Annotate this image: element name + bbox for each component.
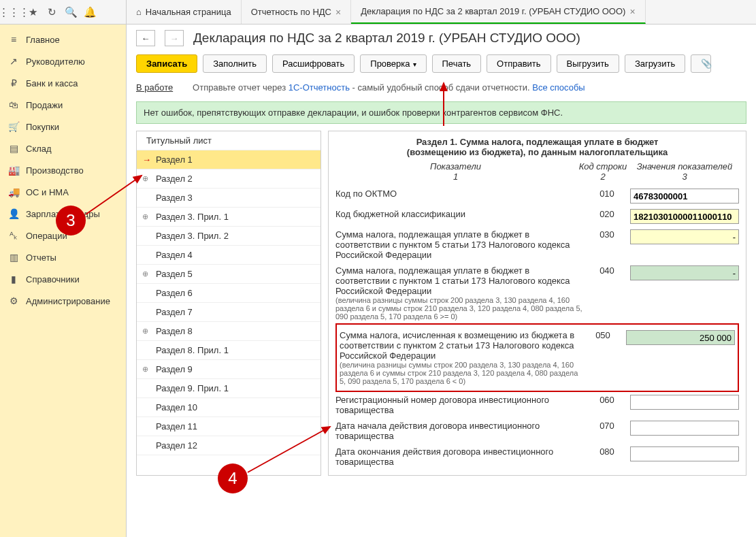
sidebar-label: Руководителю [26,56,85,67]
section-item[interactable]: Раздел 10 [137,398,321,417]
row-value-input[interactable] [630,395,739,410]
sidebar-item[interactable]: 🛍Продажи [0,94,126,116]
row-value-input[interactable] [630,265,739,280]
star-icon[interactable]: ★ [24,4,41,20]
status-label[interactable]: В работе [136,82,173,93]
row-code: 060 [587,395,627,405]
row-code: 010 [587,189,627,199]
section-item[interactable]: Раздел 3. Прил. 1 [137,208,321,227]
sidebar-item[interactable]: ₽Банк и касса [0,72,126,94]
form-row: Дата начала действия договора инвестицио… [335,418,739,444]
close-icon[interactable]: × [629,6,635,17]
sections-title[interactable]: Титульный лист [137,131,321,150]
row-value-input[interactable] [630,229,739,244]
sidebar-icon: ▥ [8,252,19,263]
row-code: 020 [587,209,627,219]
sidebar-label: Банк и касса [26,78,78,88]
section-item[interactable]: Раздел 9 [137,360,321,379]
row-label: Код по ОКТМО [335,189,584,199]
section-item[interactable]: Раздел 1 [137,150,321,169]
row-note: (величина разницы суммы строк 200 раздел… [340,361,580,385]
tab-label: Начальная страница [146,7,231,17]
sidebar-item[interactable]: 🏭Производство [0,159,126,181]
section-item[interactable]: Раздел 5 [137,265,321,284]
content: ← → Декларация по НДС за 2 квартал 2019 … [127,25,756,537]
section-item[interactable]: Раздел 8 [137,322,321,341]
sidebar-item[interactable]: ⚙Администрирование [0,290,126,312]
sidebar-icon: 🛒 [8,121,19,132]
sidebar-label: Продажи [26,100,63,110]
close-icon[interactable]: × [335,7,341,18]
sidebar-label: Главное [26,35,60,45]
sidebar-item[interactable]: 🚚ОС и НМА [0,181,126,203]
form-row: Сумма налога, подлежащая уплате в бюджет… [335,227,739,263]
sidebar-label: ОС и НМА [26,187,69,197]
row-label: Регистрационный номер договора инвестици… [335,395,584,415]
sidebar-item[interactable]: ▤Склад [0,137,126,159]
section-title-2: (возмещению из бюджета), по данным налог… [335,147,739,157]
all-methods-link[interactable]: Все способы [532,82,585,93]
import-button[interactable]: Загрузить [625,54,685,73]
section-item[interactable]: Раздел 4 [137,246,321,265]
button-row: Записать Заполнить Расшифровать Проверка… [136,54,746,73]
section-item[interactable]: Раздел 3 [137,189,321,208]
sidebar-icon: ▤ [8,143,19,154]
section-item[interactable]: Раздел 7 [137,303,321,322]
sidebar-item[interactable]: ↗Руководителю [0,50,126,72]
sidebar-icon: 🏭 [8,165,19,176]
row-value-input[interactable] [630,421,739,436]
send-button[interactable]: Отправить [487,54,550,73]
sidebar-label: Отчеты [26,253,56,263]
section-item[interactable]: Раздел 6 [137,284,321,303]
row-label: Сумма налога, подлежащая уплате в бюджет… [335,265,584,296]
home-icon: ⌂ [136,7,142,17]
row-value-input[interactable] [630,189,739,204]
row-label: Сумма налога, исчисленная к возмещению и… [340,330,580,361]
sidebar-item[interactable]: ▮Справочники [0,268,126,290]
row-code: 030 [587,229,627,240]
decode-button[interactable]: Расшифровать [272,54,355,73]
check-button[interactable]: Проверка [360,54,426,73]
section-item[interactable]: Раздел 8. Прил. 1 [137,341,321,360]
sidebar-icon: ▮ [8,274,19,284]
section-item[interactable]: Раздел 2 [137,169,321,189]
row-value-input[interactable] [630,446,739,461]
write-button[interactable]: Записать [136,54,197,73]
row-code: 070 [587,421,627,431]
row-note: (величина разницы суммы строк 200 раздел… [335,296,584,321]
tab[interactable]: Декларация по НДС за 2 квартал 2019 г. (… [351,0,645,24]
tab[interactable]: ⌂Начальная страница [127,0,242,24]
search-icon[interactable]: 🔍 [63,4,79,20]
tool-icons: ⋮⋮⋮ ★ ↻ 🔍 🔔 [0,0,127,24]
export-button[interactable]: Выгрузить [557,54,619,73]
row-value-input[interactable] [626,330,735,345]
section-item[interactable]: Раздел 3. Прил. 2 [137,227,321,246]
sidebar-item[interactable]: 🛒Покупки [0,116,126,137]
sidebar-icon: ≡ [8,34,19,45]
row-value-input[interactable] [630,209,739,224]
attach-button[interactable]: 📎 [691,54,711,73]
sidebar-icon: 🛍 [8,99,19,110]
section-item[interactable]: Раздел 12 [137,436,321,455]
reporting-link[interactable]: 1С-Отчетность [289,82,350,93]
apps-icon[interactable]: ⋮⋮⋮ [5,4,22,20]
forward-button[interactable]: → [165,30,184,46]
sidebar-icon: ↗ [8,56,19,67]
section-item[interactable]: Раздел 9. Прил. 1 [137,379,321,398]
status-line: В работе Отправьте отчет через 1С-Отчетн… [136,78,746,97]
form-row: Сумма налога, подлежащая уплате в бюджет… [335,263,739,323]
section-item[interactable]: Раздел 11 [137,417,321,436]
tab[interactable]: Отчетность по НДС× [242,0,352,24]
back-button[interactable]: ← [136,30,155,46]
sidebar-item[interactable]: ▥Отчеты [0,246,126,268]
sidebar-item[interactable]: ≡Главное [0,29,126,50]
row-label: Дата начала действия договора инвестицио… [335,421,584,441]
bell-icon[interactable]: 🔔 [82,4,98,20]
sidebar-icon: ₽ [8,78,19,88]
fill-button[interactable]: Заполнить [203,54,267,73]
print-button[interactable]: Печать [432,54,482,73]
sidebar-label: Производство [26,165,84,176]
history-icon[interactable]: ↻ [44,4,60,20]
sidebar-icon: ᴬₖ [8,230,19,241]
page-title: Декларация по НДС за 2 квартал 2019 г. (… [193,31,580,46]
